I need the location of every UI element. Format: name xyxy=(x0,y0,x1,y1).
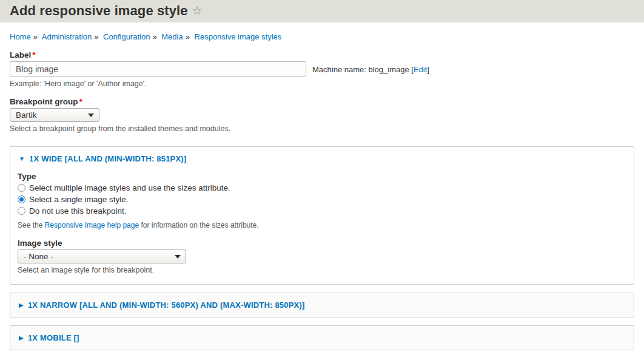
fieldset-1x-narrow: ▶ 1X NARROW [ALL AND (MIN-WIDTH: 560PX) … xyxy=(10,293,634,317)
image-style-select[interactable]: - None - xyxy=(18,249,186,263)
radio-multiple-image-styles[interactable]: Select multiple image styles and use the… xyxy=(18,183,626,192)
label-field-item: Label* Machine name: blog_image [Edit] E… xyxy=(10,50,634,88)
fieldset-1x-mobile: ▶ 1X MOBILE [] xyxy=(10,325,634,350)
breadcrumb-link-configuration[interactable]: Configuration xyxy=(103,32,150,41)
breakpoint-group-select[interactable]: Bartik xyxy=(10,108,99,122)
machine-name-edit-link[interactable]: Edit xyxy=(414,65,427,74)
breadcrumb-link-media[interactable]: Media xyxy=(161,32,183,41)
sizes-help-text: See the Responsive Image help page for i… xyxy=(18,221,626,229)
radio-button-icon[interactable] xyxy=(18,207,25,215)
breakpoint-group-description: Select a breakpoint group from the insta… xyxy=(10,124,634,133)
fieldset-1x-wide: ▼ 1X WIDE [ALL AND (MIN-WIDTH: 851PX)] T… xyxy=(10,146,634,285)
required-mark: * xyxy=(32,50,35,59)
chevron-down-icon xyxy=(175,255,181,259)
image-style-label: Image style xyxy=(18,239,626,248)
fieldset-1x-narrow-title: 1X NARROW [ALL AND (MIN-WIDTH: 560PX) AN… xyxy=(28,300,305,310)
expand-arrow-icon: ▶ xyxy=(19,335,24,341)
star-icon[interactable]: ☆ xyxy=(192,5,203,16)
breakpoint-group-item: Breakpoint group* Bartik Select a breakp… xyxy=(10,97,634,133)
fieldset-1x-wide-content: Type Select multiple image styles and us… xyxy=(10,171,634,284)
breakpoint-group-label-text: Breakpoint group xyxy=(10,97,78,106)
fieldset-1x-mobile-summary[interactable]: ▶ 1X MOBILE [] xyxy=(10,326,634,350)
fieldset-1x-narrow-summary[interactable]: ▶ 1X NARROW [ALL AND (MIN-WIDTH: 560PX) … xyxy=(10,293,634,317)
radio-single-image-style[interactable]: Select a single image style. xyxy=(18,195,626,204)
breadcrumb-link-administration[interactable]: Administration xyxy=(42,32,92,41)
help-text-after: for information on the sizes attribute. xyxy=(139,221,258,229)
required-mark: * xyxy=(79,97,82,106)
label-field-label: Label* xyxy=(10,50,634,59)
label-input[interactable] xyxy=(10,61,306,77)
fieldset-1x-wide-summary[interactable]: ▼ 1X WIDE [ALL AND (MIN-WIDTH: 851PX)] xyxy=(10,147,634,171)
radio-label: Select multiple image styles and use the… xyxy=(29,183,230,192)
chevron-down-icon xyxy=(88,114,94,117)
radio-do-not-use-breakpoint[interactable]: Do not use this breakpoint. xyxy=(18,206,626,215)
collapse-arrow-icon: ▼ xyxy=(19,156,25,162)
breadcrumb-link-home[interactable]: Home xyxy=(10,32,31,41)
page-title-bar: Add responsive image style ☆ xyxy=(0,0,644,22)
fieldset-1x-mobile-title: 1X MOBILE [] xyxy=(28,333,79,342)
machine-name: Machine name: blog_image [Edit] xyxy=(312,65,429,74)
expand-arrow-icon: ▶ xyxy=(19,302,24,308)
radio-button-selected-icon[interactable] xyxy=(18,195,25,203)
radio-label: Do not use this breakpoint. xyxy=(29,206,127,215)
breadcrumb: Home» Administration» Configuration» Med… xyxy=(0,22,644,41)
type-label: Type xyxy=(18,172,626,181)
breakpoint-group-selected-value: Bartik xyxy=(16,110,37,120)
breadcrumb-separator: » xyxy=(152,32,156,41)
image-style-description: Select an image style for this breakpoin… xyxy=(18,266,626,274)
breadcrumb-separator: » xyxy=(33,32,38,41)
breakpoint-group-label: Breakpoint group* xyxy=(10,97,634,106)
radio-button-icon[interactable] xyxy=(18,184,25,192)
fieldset-1x-wide-title: 1X WIDE [ALL AND (MIN-WIDTH: 851PX)] xyxy=(29,154,186,163)
machine-name-bracket: ] xyxy=(427,65,429,74)
form: Label* Machine name: blog_image [Edit] E… xyxy=(0,50,644,350)
responsive-image-help-link[interactable]: Responsive Image help page xyxy=(45,221,139,229)
image-style-selected-value: - None - xyxy=(24,252,53,261)
label-field-description: Example: 'Hero image' or 'Author image'. xyxy=(10,80,634,88)
help-text-before: See the xyxy=(18,221,45,229)
breadcrumb-separator: » xyxy=(186,32,190,41)
page-title: Add responsive image style xyxy=(10,3,188,19)
label-field-label-text: Label xyxy=(10,50,31,59)
machine-name-text: Machine name: blog_image [ xyxy=(312,65,414,74)
radio-label: Select a single image style. xyxy=(29,195,129,204)
breadcrumb-separator: » xyxy=(94,32,98,41)
breadcrumb-link-responsive-image-styles[interactable]: Responsive image styles xyxy=(195,32,282,41)
